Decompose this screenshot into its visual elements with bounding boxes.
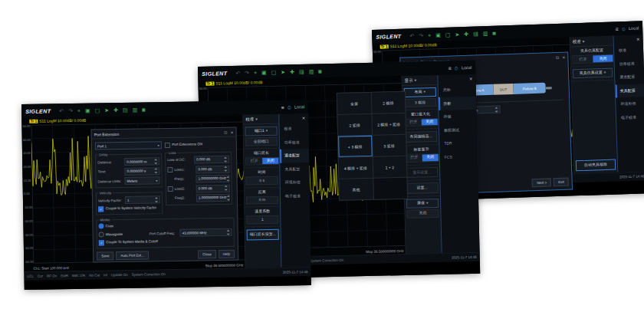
cursor-icon[interactable]: ➤ — [104, 107, 109, 113]
menu-tab[interactable]: 分析 — [439, 96, 476, 110]
zoom-in-icon[interactable]: ▣ — [261, 69, 267, 74]
port-extension-toggle[interactable]: 打开 关闭 — [245, 156, 279, 165]
toggle-off-option[interactable]: 关闭 — [593, 55, 613, 63]
next-button[interactable]: Next > — [532, 178, 552, 187]
restore-icon[interactable]: ⊡ — [224, 130, 227, 134]
distance-value[interactable]: 0 m — [246, 196, 278, 204]
redo-icon[interactable]: ↷ — [245, 70, 249, 75]
trace-chip[interactable]: Tr 1 — [380, 44, 389, 48]
time-value[interactable]: 0 s — [246, 176, 278, 185]
spinner-icon[interactable] — [154, 169, 157, 174]
cursor-icon[interactable]: ➤ — [455, 31, 459, 37]
menu-tab[interactable]: 校准 — [614, 43, 644, 58]
close-icon[interactable]: ✕ — [230, 130, 233, 134]
settings-button[interactable]: 设置... — [406, 182, 439, 194]
toggle-off-option[interactable]: 关闭 — [422, 118, 438, 125]
loss2-checkbox[interactable] — [168, 186, 173, 192]
zoom-out-icon[interactable]: ▢ — [95, 107, 100, 113]
distance-units-dropdown[interactable]: Meters ▾ — [125, 177, 160, 186]
menu-header[interactable]: 校准 — [245, 117, 254, 121]
marker-icon[interactable]: ⌖ — [77, 107, 80, 113]
toggle-on-option[interactable]: 打开 — [573, 56, 593, 64]
menu-tab[interactable]: 校准 — [279, 122, 308, 136]
distance-field[interactable]: 0.0000000 m — [124, 158, 159, 166]
menu-tab[interactable]: 电子校准 — [616, 110, 644, 125]
apps-icon[interactable]: ≡ — [616, 26, 619, 31]
port-extensions-on-checkbox[interactable] — [165, 143, 170, 148]
menu-tab[interactable]: 夹具配置 — [280, 163, 309, 176]
menu-header[interactable]: 校准 — [573, 39, 581, 44]
spinner-icon[interactable] — [224, 156, 227, 162]
menu-tab[interactable]: TDR — [439, 136, 477, 151]
freq1-field[interactable]: 1.000000000 GHz — [196, 175, 229, 183]
menu-tab[interactable]: 通道配置 — [615, 70, 644, 84]
layout-dropdown[interactable]: 布局 ▾ — [404, 87, 436, 97]
layout-option[interactable]: 2 横排 — [371, 92, 405, 113]
zoom-in-icon[interactable]: ▣ — [435, 32, 441, 38]
auto-fixture-removal-button[interactable]: 自动夹具移除 — [576, 159, 616, 171]
camera-icon[interactable]: ◙ — [318, 68, 321, 74]
layout-option[interactable]: 2 竖排 — [337, 114, 371, 136]
menu-tab[interactable]: 电子校准 — [281, 189, 310, 203]
apps-icon[interactable]: ≡ — [281, 104, 284, 110]
labels-display-toggle[interactable]: 打开 关闭 — [406, 153, 439, 163]
toggle-off-option[interactable]: 关闭 — [262, 157, 278, 164]
layout-option[interactable]: 其他 — [339, 179, 373, 200]
trace-chip[interactable]: Tr 1 — [205, 82, 214, 86]
trace-chip[interactable]: Tr 1 — [29, 120, 38, 123]
undo-icon[interactable]: ↶ — [235, 70, 240, 75]
camera-icon[interactable]: ◙ — [142, 107, 145, 112]
spinner-icon[interactable] — [155, 197, 158, 202]
couple-media-checkbox[interactable]: ✓ — [99, 240, 104, 245]
toggle-on-option[interactable]: 打开 — [406, 119, 422, 126]
cutoff-field[interactable]: 43.000000 MHz — [180, 228, 232, 237]
velocity-factor-value[interactable]: 1 — [246, 215, 278, 224]
redo-icon[interactable]: ↷ — [419, 32, 423, 38]
couple-velocity-checkbox[interactable]: ✓ — [98, 206, 104, 212]
apps-icon[interactable]: ≡ — [449, 65, 452, 71]
velocity-factor-field[interactable]: 1 — [125, 196, 160, 205]
close-icon[interactable]: ✕ — [562, 54, 565, 59]
user-icon[interactable]: ☺ — [454, 65, 459, 71]
cursor-icon[interactable]: ➤ — [281, 69, 285, 74]
marker-icon[interactable]: ⌖ — [254, 70, 257, 75]
help-button[interactable]: Help — [219, 250, 235, 259]
undo-icon[interactable]: ↶ — [59, 108, 64, 113]
touch-icon[interactable]: ✚ — [464, 31, 468, 36]
save-icon[interactable]: ▤ — [299, 68, 304, 74]
port-select-dropdown[interactable]: Port 1 ▾ — [95, 141, 162, 150]
menu-tab[interactable]: 功率校准 — [280, 136, 309, 150]
zoom-out-icon[interactable]: ▢ — [271, 69, 277, 74]
menu-tab[interactable]: 环境补偿 — [616, 97, 644, 111]
spinner-icon[interactable] — [224, 166, 227, 172]
menu-tab[interactable]: 功率校准 — [614, 57, 644, 71]
freq2-field[interactable]: 1.000000000 GHz — [196, 194, 230, 202]
print-icon[interactable]: ▥ — [483, 30, 488, 35]
waveguide-radio[interactable] — [99, 232, 104, 237]
menu-tab[interactable]: 环境补偿 — [281, 176, 310, 189]
fixture-sim-settings-dropdown[interactable]: 夹具仿真设置 ▾ — [573, 67, 613, 77]
port-extension-settings-button[interactable]: 端口延长设置... — [247, 229, 279, 240]
layout-option[interactable]: 1 + 2 — [373, 156, 406, 178]
print-icon[interactable]: ▥ — [309, 68, 314, 74]
spinner-icon[interactable] — [227, 230, 230, 235]
user-icon[interactable]: ☺ — [287, 104, 292, 110]
spinner-icon[interactable] — [154, 159, 157, 164]
save-icon[interactable]: ▤ — [123, 107, 128, 112]
window-maximize-toggle[interactable]: 打开 关闭 — [405, 117, 439, 127]
redo-icon[interactable]: ↷ — [68, 107, 73, 113]
menu-tab[interactable]: 存储 — [439, 110, 476, 124]
menu-header[interactable]: 显示 — [404, 78, 412, 84]
layout-option[interactable]: 4 横排 + 竖排 — [339, 157, 373, 179]
close-button[interactable]: Close — [198, 250, 216, 259]
save-button[interactable]: Save — [97, 251, 113, 261]
loss2-field[interactable]: 0.000 dB — [196, 184, 230, 192]
fixture-sim-toggle[interactable]: 打开 关闭 — [572, 54, 613, 64]
close-icon[interactable]: ✕ — [279, 113, 308, 123]
toggle-off-option[interactable]: 关闭 — [422, 154, 439, 161]
layout-option[interactable]: 全屏 — [337, 93, 371, 114]
toggle-on-option[interactable]: 打开 — [246, 158, 262, 165]
menu-tab[interactable]: FCS — [440, 150, 478, 164]
user-icon[interactable]: ☺ — [621, 25, 626, 31]
layout-option[interactable]: 3 竖排 — [373, 135, 406, 156]
